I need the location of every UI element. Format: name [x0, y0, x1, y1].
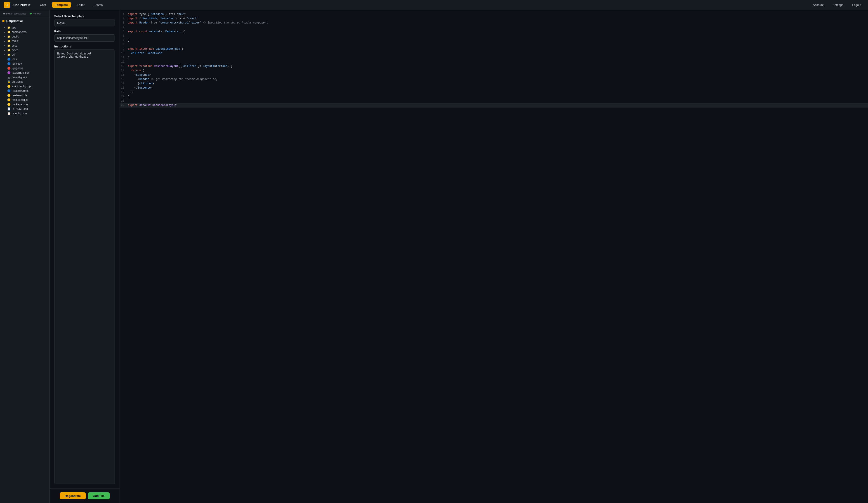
file-icon: 📄: [7, 107, 10, 111]
code-line-6: 6: [120, 34, 868, 38]
template-buttons: Regenerate Add File: [50, 489, 120, 503]
line-content: import Header from 'components/shared/he…: [128, 21, 865, 25]
code-line-4: 4: [120, 25, 868, 30]
file-icon: 📋: [7, 112, 10, 115]
line-content: export function DashboardLayout({ childr…: [128, 64, 865, 69]
line-number: 10: [120, 51, 128, 55]
folder-icon: 📁: [7, 31, 10, 34]
line-content: [128, 25, 865, 30]
file-icon: 🔴: [7, 67, 10, 70]
chevron-right-icon: ▶: [3, 40, 6, 42]
path-title: Path: [54, 30, 115, 33]
refresh-button[interactable]: Refresh: [29, 11, 43, 16]
file-icon: 🟡: [7, 103, 10, 106]
workspace-label[interactable]: justprintit.ai: [0, 18, 50, 24]
tree-item-scss[interactable]: ▶ 📁 scss: [0, 43, 50, 48]
tree-item-stylelintrc[interactable]: 🟣 .stylelintrc.json: [0, 71, 50, 75]
file-icon: 🟡: [7, 94, 10, 97]
line-number: 19: [120, 90, 128, 94]
tree-item-util[interactable]: ▶ 📁 util: [0, 52, 50, 57]
line-number: 12: [120, 60, 128, 64]
code-line-11: 11}: [120, 55, 868, 60]
tree-item-app[interactable]: ▶ 📁 app: [0, 25, 50, 30]
select-base-template-title: Select Base Template: [54, 14, 115, 18]
switch-workspace-button[interactable]: Switch Workspace: [2, 11, 28, 16]
instructions-box[interactable]: Name: DashboardLayout Import shared/head…: [54, 50, 115, 484]
line-number: 2: [120, 17, 128, 21]
code-line-3: 3import Header from 'components/shared/h…: [120, 21, 868, 25]
line-content: return (: [128, 69, 865, 73]
tree-item-env[interactable]: 🔵 .env: [0, 57, 50, 62]
line-content: [128, 42, 865, 47]
code-line-21: 21: [120, 99, 868, 103]
line-content: export const metadata: Metadata = {: [128, 30, 865, 34]
instructions-section: Instructions Name: DashboardLayout Impor…: [54, 45, 115, 484]
nav-logout-button[interactable]: Logout: [849, 2, 865, 8]
main-layout: Switch Workspace Refresh justprintit.ai …: [0, 10, 868, 503]
tree-item-env-dev[interactable]: 🔵 .env.dev: [0, 62, 50, 66]
select-base-template-section: Select Base Template: [54, 14, 115, 27]
folder-icon: 📁: [7, 44, 10, 47]
tree-item-bunlockb[interactable]: 🔒 bun.lockb: [0, 80, 50, 84]
nav-template-button[interactable]: Template: [52, 2, 71, 8]
line-number: 9: [120, 47, 128, 51]
line-number: 7: [120, 38, 128, 42]
line-number: 11: [120, 55, 128, 60]
line-content: [128, 34, 865, 38]
tree-item-middleware[interactable]: 🔵 middleware.ts: [0, 88, 50, 93]
line-content: }: [128, 95, 865, 99]
add-file-button[interactable]: Add File: [88, 492, 110, 499]
code-line-15: 15 <Suspense>: [120, 73, 868, 77]
line-content: <Suspense>: [128, 73, 865, 77]
tree-item-vercelignore[interactable]: △ .vercelignore: [0, 75, 50, 80]
line-number: 1: [120, 12, 128, 17]
code-panel: 1import type { Metadata } from 'next'2im…: [120, 10, 868, 503]
code-editor: 1import type { Metadata } from 'next'2im…: [120, 10, 868, 503]
tree-item-tsconfig[interactable]: 📋 tsconfig.json: [0, 111, 50, 116]
code-line-8: 8: [120, 42, 868, 47]
nav-chat-button[interactable]: Chat: [37, 2, 49, 8]
top-navigation: 🖨 Just Print It Chat Template Editor Pri…: [0, 0, 868, 10]
code-line-14: 14 return (: [120, 69, 868, 73]
line-content: }: [128, 38, 865, 42]
code-line-2: 2import { ReactNode, Suspense } from 're…: [120, 17, 868, 21]
app-logo: 🖨 Just Print It: [3, 2, 31, 8]
nav-account-button[interactable]: Account: [810, 2, 827, 8]
instructions-title: Instructions: [54, 45, 115, 48]
line-content: export default DashboardLayout: [128, 103, 865, 107]
line-number: 17: [120, 82, 128, 86]
nav-settings-button[interactable]: Settings: [829, 2, 846, 8]
template-panel: Select Base Template Path Instructions N…: [50, 10, 120, 489]
code-line-18: 18 </Suspense>: [120, 86, 868, 90]
line-number: 16: [120, 77, 128, 82]
folder-icon: 📁: [7, 26, 10, 29]
tree-item-readme[interactable]: 📄 README.md: [0, 107, 50, 111]
file-tree: ▶ 📁 app ▶ 📁 components ▶ 📁 public ▶ 📁 re…: [0, 24, 50, 503]
tree-item-components[interactable]: ▶ 📁 components: [0, 30, 50, 34]
nav-prisma-button[interactable]: Prisma: [90, 2, 106, 8]
nav-editor-button[interactable]: Editor: [74, 2, 88, 8]
line-content: ): [128, 90, 865, 94]
path-input[interactable]: [54, 34, 115, 42]
chevron-right-icon: ▶: [3, 31, 6, 33]
tree-item-public[interactable]: ▶ 📁 public: [0, 34, 50, 39]
file-icon: 🟡: [7, 98, 10, 102]
app-logo-icon: 🖨: [3, 2, 10, 8]
tree-item-next-config[interactable]: 🟡 next.config.js: [0, 98, 50, 102]
switch-workspace-icon: [3, 13, 5, 14]
tree-item-redux[interactable]: ▶ 📁 redux: [0, 39, 50, 43]
tree-item-next-env[interactable]: 🟡 next-env.d.ts: [0, 93, 50, 98]
tree-item-eslint[interactable]: 🟡 eslint.config.mjs: [0, 84, 50, 88]
line-content: {children}: [128, 82, 865, 86]
chevron-right-icon: ▶: [3, 49, 6, 51]
line-content: [128, 99, 865, 103]
tree-item-package-json[interactable]: 🟡 package.json: [0, 102, 50, 107]
template-input[interactable]: [54, 19, 115, 27]
workspace-dot-icon: [2, 20, 4, 22]
line-number: 6: [120, 34, 128, 38]
line-content: children: ReactNode: [128, 51, 865, 55]
tree-item-types[interactable]: ▶ 📁 types: [0, 48, 50, 52]
tree-item-gitignore[interactable]: 🔴 .gitignore: [0, 66, 50, 71]
regenerate-button[interactable]: Regenerate: [60, 492, 86, 499]
code-line-16: 16 <Header /> {/* Rendering the Header c…: [120, 77, 868, 82]
